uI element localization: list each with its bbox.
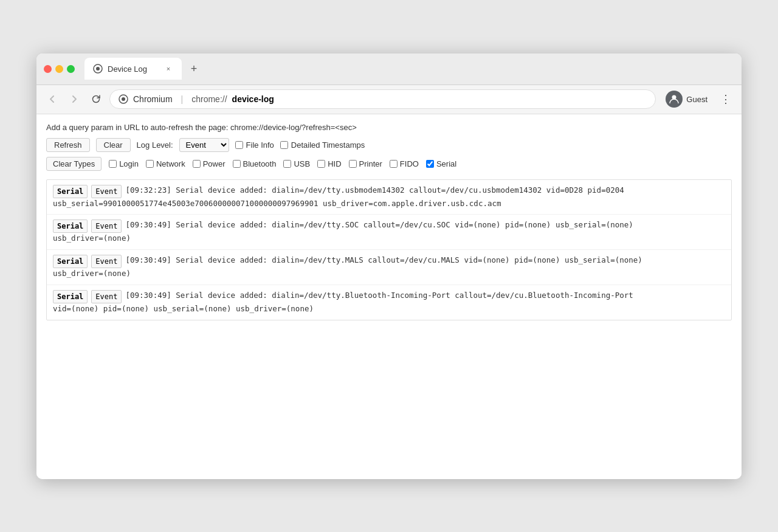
controls-row: Refresh Clear Log Level: Event Verbose D… xyxy=(46,138,732,152)
type-fido-label[interactable]: FIDO xyxy=(390,159,419,168)
traffic-light-minimize[interactable] xyxy=(55,65,63,73)
detailed-timestamps-label: Detailed Timestamps xyxy=(291,140,365,150)
forward-button[interactable] xyxy=(66,91,83,108)
types-row: Clear Types Login Network Power Bluetoot… xyxy=(46,157,732,171)
log-source-tag: Serial xyxy=(53,255,88,268)
type-bluetooth-checkbox[interactable] xyxy=(233,160,241,168)
type-hid-checkbox[interactable] xyxy=(317,160,325,168)
address-field[interactable]: Chromium | chrome://device-log xyxy=(109,89,656,109)
clear-types-button[interactable]: Clear Types xyxy=(46,157,102,171)
traffic-light-fullscreen[interactable] xyxy=(67,65,75,73)
log-entry: Serial Event [09:32:23] Serial device ad… xyxy=(47,180,731,215)
type-serial-label[interactable]: Serial xyxy=(426,159,456,168)
log-source-tag: Serial xyxy=(53,219,88,233)
type-network-checkbox[interactable] xyxy=(146,160,154,168)
type-network-label[interactable]: Network xyxy=(146,159,185,168)
page-content: Add a query param in URL to auto-refresh… xyxy=(36,114,742,479)
log-entry-header: Serial Event [09:30:49] Serial device ad… xyxy=(53,219,725,233)
file-info-label: File Info xyxy=(246,140,274,150)
log-entry: Serial Event [09:30:49] Serial device ad… xyxy=(47,285,731,320)
type-printer-label[interactable]: Printer xyxy=(349,159,382,168)
log-entry: Serial Event [09:30:49] Serial device ad… xyxy=(47,215,731,250)
svg-point-1 xyxy=(96,67,100,71)
type-login-label[interactable]: Login xyxy=(109,159,139,168)
type-hid-label[interactable]: HID xyxy=(317,159,341,168)
file-info-checkbox[interactable] xyxy=(235,141,243,149)
type-fido-text: FIDO xyxy=(400,159,419,168)
type-bluetooth-label[interactable]: Bluetooth xyxy=(233,159,277,168)
log-continuation: vid=(none) pid=(none) usb_serial=(none) … xyxy=(53,303,725,315)
browser-menu-button[interactable]: ⋮ xyxy=(717,91,734,108)
log-level-label: Log Level: xyxy=(137,140,173,150)
type-usb-label[interactable]: USB xyxy=(283,159,310,168)
log-source-tag: Serial xyxy=(53,290,88,303)
address-bar: Chromium | chrome://device-log Guest ⋮ xyxy=(36,85,742,114)
detailed-timestamps-checkbox[interactable] xyxy=(280,141,288,149)
type-power-text: Power xyxy=(203,159,225,168)
type-power-checkbox[interactable] xyxy=(193,160,201,168)
log-entry-header: Serial Event [09:30:49] Serial device ad… xyxy=(53,255,725,268)
log-type-tag: Event xyxy=(91,290,122,303)
log-message: [09:30:49] Serial device added: dialin=/… xyxy=(125,255,642,266)
traffic-light-close[interactable] xyxy=(44,65,52,73)
tab-title: Device Log xyxy=(108,64,159,74)
browser-name: Chromium xyxy=(133,94,173,104)
tab-bar: Device Log × + xyxy=(84,58,734,80)
account-label: Guest xyxy=(686,95,707,104)
new-tab-button[interactable]: + xyxy=(185,60,202,77)
detailed-timestamps-checkbox-label[interactable]: Detailed Timestamps xyxy=(280,140,365,150)
type-power-label[interactable]: Power xyxy=(193,159,225,168)
type-usb-text: USB xyxy=(294,159,310,168)
type-usb-checkbox[interactable] xyxy=(283,160,291,168)
browser-window: Device Log × + xyxy=(36,54,742,479)
back-button[interactable] xyxy=(44,91,61,108)
log-message: [09:30:49] Serial device added: dialin=/… xyxy=(125,290,633,302)
account-icon xyxy=(666,91,683,108)
tab-close-button[interactable]: × xyxy=(164,64,173,74)
address-divider: | xyxy=(181,94,184,104)
log-continuation: usb_serial=9901000051774e45003e700600000… xyxy=(53,198,725,210)
active-tab[interactable]: Device Log × xyxy=(84,58,182,80)
info-text: Add a query param in URL to auto-refresh… xyxy=(46,123,732,132)
site-favicon-icon xyxy=(119,94,128,104)
type-serial-text: Serial xyxy=(436,159,456,168)
log-message: [09:32:23] Serial device added: dialin=/… xyxy=(125,185,624,196)
tab-favicon-icon xyxy=(93,64,103,74)
log-entry-header: Serial Event [09:30:49] Serial device ad… xyxy=(53,290,725,303)
log-level-select[interactable]: Event Verbose Debug Info Warning Error xyxy=(179,138,229,152)
type-fido-checkbox[interactable] xyxy=(390,160,398,168)
type-printer-text: Printer xyxy=(359,159,382,168)
log-type-tag: Event xyxy=(91,185,122,198)
type-bluetooth-text: Bluetooth xyxy=(243,159,277,168)
type-login-text: Login xyxy=(119,159,139,168)
clear-button[interactable]: Clear xyxy=(96,138,131,152)
file-info-checkbox-label[interactable]: File Info xyxy=(235,140,274,150)
log-type-tag: Event xyxy=(91,219,122,233)
log-type-tag: Event xyxy=(91,255,122,268)
url-bold: device-log xyxy=(232,94,274,104)
title-bar: Device Log × + xyxy=(36,54,742,85)
log-continuation: usb_driver=(none) xyxy=(53,233,725,244)
log-entry-header: Serial Event [09:32:23] Serial device ad… xyxy=(53,185,725,198)
reload-button[interactable] xyxy=(88,91,105,108)
log-entry: Serial Event [09:30:49] Serial device ad… xyxy=(47,250,731,285)
traffic-lights xyxy=(44,65,75,73)
toolbar-right: Guest ⋮ xyxy=(661,88,734,110)
refresh-button[interactable]: Refresh xyxy=(46,138,90,152)
svg-point-3 xyxy=(122,97,125,101)
log-entries: Serial Event [09:32:23] Serial device ad… xyxy=(46,179,732,320)
url-prefix: chrome:// xyxy=(191,94,227,104)
account-button[interactable]: Guest xyxy=(661,88,712,110)
type-network-text: Network xyxy=(156,159,185,168)
log-continuation: usb_driver=(none) xyxy=(53,268,725,280)
type-serial-checkbox[interactable] xyxy=(426,160,434,168)
type-hid-text: HID xyxy=(328,159,341,168)
log-source-tag: Serial xyxy=(53,185,88,198)
type-printer-checkbox[interactable] xyxy=(349,160,357,168)
log-message: [09:30:49] Serial device added: dialin=/… xyxy=(125,219,633,231)
type-login-checkbox[interactable] xyxy=(109,160,117,168)
